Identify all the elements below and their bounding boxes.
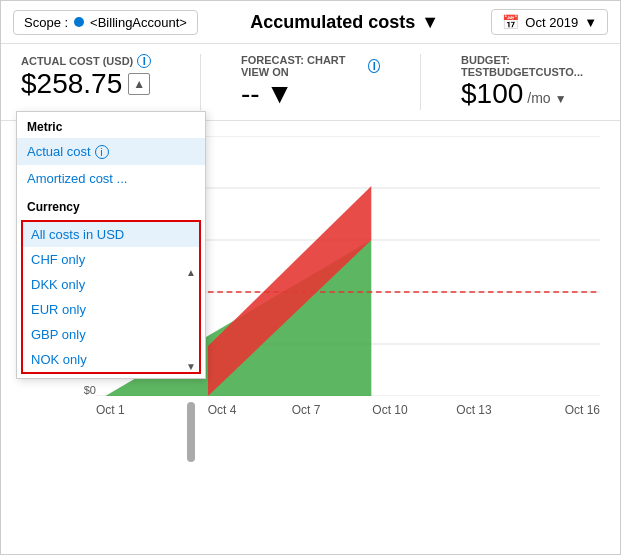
metric-section-label: Metric: [17, 112, 205, 138]
forecast-chevron-icon[interactable]: ▼: [266, 78, 294, 110]
currency-all-usd[interactable]: All costs in USD: [23, 222, 199, 247]
y-label-0: $0: [51, 384, 96, 396]
scope-label: Scope :: [24, 15, 68, 30]
currency-section-label: Currency: [17, 192, 205, 218]
actual-cost-label: ACTUAL COST (USD) i: [21, 54, 160, 68]
date-picker-button[interactable]: 📅 Oct 2019 ▼: [491, 9, 608, 35]
actual-cost-value: $258.75 ▲: [21, 68, 160, 100]
forecast-value: -- ▼: [241, 78, 380, 110]
forecast-label: FORECAST: CHART VIEW ON i: [241, 54, 380, 78]
accumulated-costs-button[interactable]: Accumulated costs ▼: [250, 12, 439, 33]
scroll-up-arrow[interactable]: ▲: [183, 267, 199, 278]
scrollbar-thumb[interactable]: [187, 402, 195, 462]
dropdown-item-actual-cost[interactable]: Actual cost i: [17, 138, 205, 165]
budget-chevron-icon[interactable]: ▼: [555, 92, 567, 106]
top-bar: Scope : <BillingAccount> Accumulated cos…: [1, 1, 620, 44]
budget-value: $100 /mo ▼: [461, 78, 600, 110]
actual-cost-dropdown-info-icon[interactable]: i: [95, 145, 109, 159]
forecast-info-icon[interactable]: i: [368, 59, 380, 73]
date-label: Oct 2019: [525, 15, 578, 30]
actual-cost-stat: ACTUAL COST (USD) i $258.75 ▲: [21, 54, 160, 110]
date-chevron-icon: ▼: [584, 15, 597, 30]
budget-label: BUDGET: TESTBUDGETCUSTO...: [461, 54, 600, 78]
chart-area: Metric Actual cost i Amortized cost ... …: [1, 121, 620, 451]
x-label-oct16: Oct 16: [516, 403, 600, 417]
actual-cost-info-icon[interactable]: i: [137, 54, 151, 68]
metric-dropdown: Metric Actual cost i Amortized cost ... …: [16, 111, 206, 379]
currency-dkk[interactable]: DKK only: [23, 272, 199, 297]
chevron-down-icon: ▼: [421, 12, 439, 33]
stats-row: ACTUAL COST (USD) i $258.75 ▲ FORECAST: …: [1, 44, 620, 121]
scroll-down-arrow[interactable]: ▼: [183, 361, 199, 372]
x-label-oct7: Oct 7: [264, 403, 348, 417]
scope-value: <BillingAccount>: [90, 15, 187, 30]
currency-nok[interactable]: NOK only: [23, 347, 199, 372]
accumulated-costs-label: Accumulated costs: [250, 12, 415, 33]
stat-divider-2: [420, 54, 421, 110]
scope-button[interactable]: Scope : <BillingAccount>: [13, 10, 198, 35]
dropdown-toggle-button[interactable]: ▲: [128, 73, 150, 95]
stat-divider-1: [200, 54, 201, 110]
currency-section: All costs in USD CHF only DKK only EUR o…: [21, 220, 201, 374]
currency-eur[interactable]: EUR only: [23, 297, 199, 322]
budget-stat: BUDGET: TESTBUDGETCUSTO... $100 /mo ▼: [461, 54, 600, 110]
currency-chf[interactable]: CHF only: [23, 247, 199, 272]
x-axis-labels: Oct 1 Oct 4 Oct 7 Oct 10 Oct 13 Oct 16: [96, 403, 600, 417]
calendar-icon: 📅: [502, 14, 519, 30]
title-area: Accumulated costs ▼: [210, 12, 479, 33]
dropdown-item-amortized-cost[interactable]: Amortized cost ...: [17, 165, 205, 192]
scope-dot-icon: [74, 17, 84, 27]
forecast-stat: FORECAST: CHART VIEW ON i -- ▼: [241, 54, 380, 110]
x-label-oct13: Oct 13: [432, 403, 516, 417]
x-label-oct10: Oct 10: [348, 403, 432, 417]
x-label-oct1: Oct 1: [96, 403, 180, 417]
currency-gbp[interactable]: GBP only: [23, 322, 199, 347]
